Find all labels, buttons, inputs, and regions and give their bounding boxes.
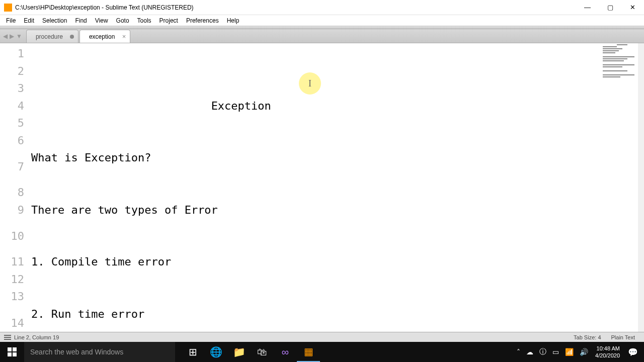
line-gutter: 1 2 3 4 5 6 7 8 9 10 11 12 13 14: [0, 43, 29, 337]
tray-volume-icon[interactable]: 🔊: [577, 348, 591, 356]
line-number: 13: [0, 288, 24, 306]
line-number: 3: [0, 80, 24, 98]
tab-nav-down-icon[interactable]: ▼: [16, 33, 22, 40]
status-bar: Line 2, Column 19 Tab Size: 4 Plain Text: [0, 332, 644, 342]
line-number: 4: [0, 98, 24, 115]
line-number: 2: [0, 63, 24, 80]
tab-label: exception: [89, 33, 115, 40]
tab-exception[interactable]: exception ×: [79, 30, 130, 43]
code-line: 1. Compile time error: [31, 253, 599, 271]
line-number: 11: [0, 253, 24, 271]
start-button[interactable]: [0, 342, 24, 362]
code-line: 2. Run time error: [31, 306, 599, 323]
tray-time: 10:48 AM: [595, 345, 620, 352]
tab-label: procedure: [36, 33, 63, 40]
app-icon: [4, 4, 12, 12]
tray-onedrive-icon[interactable]: ☁: [523, 348, 536, 356]
menu-file[interactable]: File: [2, 16, 20, 25]
menu-preferences[interactable]: Preferences: [182, 16, 223, 25]
menu-goto[interactable]: Goto: [112, 16, 133, 25]
line-number: 6: [0, 132, 24, 150]
cursor-highlight-text: I: [308, 75, 311, 93]
code-line: There are two types of Error: [31, 202, 599, 219]
menu-help[interactable]: Help: [223, 16, 244, 25]
minimap[interactable]: [603, 44, 638, 120]
notification-center-icon[interactable]: 💬: [624, 342, 642, 362]
tab-nav-forward-icon[interactable]: ▶: [10, 33, 14, 40]
tab-nav: ◀ ▶ ▼: [0, 29, 25, 43]
task-view-icon[interactable]: ⊞: [181, 342, 204, 362]
menu-edit[interactable]: Edit: [20, 16, 38, 25]
close-button[interactable]: ✕: [621, 0, 644, 15]
tray-info-icon[interactable]: ⓘ: [536, 347, 549, 356]
dirty-indicator-icon: [70, 35, 74, 39]
menu-selection[interactable]: Selection: [38, 16, 71, 25]
tab-bar: ◀ ▶ ▼ procedure exception ×: [0, 29, 644, 43]
status-menu-icon[interactable]: [4, 334, 11, 341]
line-number: 9: [0, 202, 24, 219]
edge-icon[interactable]: 🌐: [204, 342, 227, 362]
line-number: 12: [0, 271, 24, 289]
tray-battery-icon[interactable]: ▭: [549, 348, 562, 356]
editor-area: 1 2 3 4 5 6 7 8 9 10 11 12 13 14 I Excep…: [0, 43, 644, 337]
line-number: 5: [0, 115, 24, 132]
tray-clock[interactable]: 10:48 AM 4/20/2020: [591, 345, 624, 359]
line-number: 10: [0, 219, 24, 253]
code-content[interactable]: I Exception What is Exception? There are…: [29, 43, 644, 337]
menu-bar: File Edit Selection Find View Goto Tools…: [0, 15, 644, 26]
file-explorer-icon[interactable]: 📁: [227, 342, 251, 362]
tray-chevron-icon[interactable]: ˄: [514, 348, 523, 356]
tab-nav-back-icon[interactable]: ◀: [3, 33, 8, 40]
windows-icon: [8, 347, 17, 356]
svg-rect-2: [4, 339, 11, 340]
svg-rect-1: [4, 337, 11, 338]
status-syntax[interactable]: Plain Text: [606, 334, 640, 340]
taskbar: Search the web and Windows ⊞ 🌐 📁 🛍 ∞ ▦ ˄…: [0, 342, 644, 362]
line-number: 7: [0, 149, 24, 184]
window-title: C:\Users\HP\Desktop\exception - Sublime …: [15, 4, 576, 11]
menu-find[interactable]: Find: [71, 16, 91, 25]
line-number: 1: [0, 45, 24, 63]
minimize-button[interactable]: —: [576, 0, 599, 15]
window-controls: — ▢ ✕: [576, 0, 644, 15]
maximize-button[interactable]: ▢: [599, 0, 621, 15]
tab-procedure[interactable]: procedure: [26, 30, 78, 43]
tray-date: 4/20/2020: [595, 352, 620, 359]
search-placeholder: Search the web and Windows: [30, 348, 123, 356]
tray-wifi-icon[interactable]: 📶: [562, 348, 577, 356]
menu-view[interactable]: View: [91, 16, 112, 25]
system-tray: ˄ ☁ ⓘ ▭ 📶 🔊 10:48 AM 4/20/2020 💬: [514, 342, 644, 362]
code-line: Exception: [31, 98, 599, 115]
menu-project[interactable]: Project: [155, 16, 182, 25]
line-number: 8: [0, 184, 24, 202]
status-position[interactable]: Line 2, Column 19: [14, 334, 59, 340]
sublime-text-icon[interactable]: ▦: [297, 342, 320, 362]
svg-rect-0: [4, 335, 11, 336]
vertical-scrollbar[interactable]: [638, 43, 644, 337]
code-line: What is Exception?: [31, 149, 599, 167]
visual-studio-icon[interactable]: ∞: [274, 342, 297, 362]
taskbar-apps: ⊞ 🌐 📁 🛍 ∞ ▦: [181, 342, 320, 362]
store-icon[interactable]: 🛍: [251, 342, 274, 362]
taskbar-search[interactable]: Search the web and Windows: [24, 342, 175, 362]
menu-tools[interactable]: Tools: [133, 16, 155, 25]
tab-close-icon[interactable]: ×: [122, 33, 126, 40]
title-bar: C:\Users\HP\Desktop\exception - Sublime …: [0, 0, 644, 15]
status-tab-size[interactable]: Tab Size: 4: [569, 334, 606, 340]
cursor-highlight: I: [299, 72, 321, 95]
